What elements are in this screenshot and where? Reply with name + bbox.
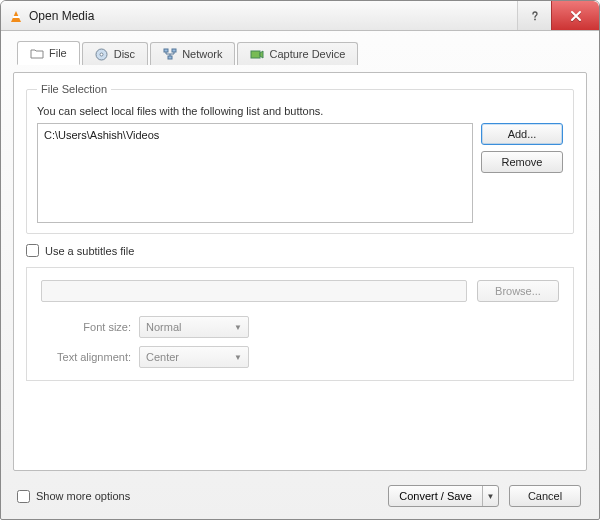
svg-point-0 <box>534 18 536 20</box>
convert-save-dropdown[interactable]: ▼ <box>482 486 498 506</box>
svg-rect-5 <box>168 56 172 59</box>
tab-capture[interactable]: Capture Device <box>237 42 358 65</box>
close-icon <box>570 10 582 22</box>
folder-icon <box>30 46 44 60</box>
add-button[interactable]: Add... <box>481 123 563 145</box>
file-selection-hint: You can select local files with the foll… <box>37 105 563 117</box>
capture-icon <box>250 47 264 61</box>
font-size-select: Normal ▼ <box>139 316 249 338</box>
font-size-label: Font size: <box>41 321 131 333</box>
help-button[interactable] <box>517 1 551 30</box>
chevron-down-icon: ▼ <box>487 492 495 501</box>
tab-disc-label: Disc <box>114 48 135 60</box>
open-media-dialog: Open Media File <box>0 0 600 520</box>
file-list[interactable]: C:\Users\Ashish\Videos <box>37 123 473 223</box>
subtitles-checkbox-label: Use a subtitles file <box>45 245 134 257</box>
subtitles-group: Browse... Font size: Normal ▼ Text align… <box>26 267 574 381</box>
text-align-label: Text alignment: <box>41 351 131 363</box>
show-more-label: Show more options <box>36 490 130 502</box>
caption-buttons <box>517 1 599 30</box>
file-selection-group: File Selection You can select local file… <box>26 83 574 234</box>
tab-file-label: File <box>49 47 67 59</box>
subtitles-path-input <box>41 280 467 302</box>
show-more-checkbox[interactable] <box>17 490 30 503</box>
disc-icon <box>95 47 109 61</box>
tabstrip: File Disc Network Capture Device <box>13 41 587 65</box>
svg-point-2 <box>100 53 103 56</box>
convert-save-label: Convert / Save <box>389 486 482 506</box>
network-icon <box>163 47 177 61</box>
remove-button[interactable]: Remove <box>481 151 563 173</box>
svg-rect-3 <box>164 49 168 52</box>
help-icon <box>529 10 541 22</box>
titlebar: Open Media <box>1 1 599 31</box>
list-item[interactable]: C:\Users\Ashish\Videos <box>44 128 466 142</box>
client-area: File Disc Network Capture Device <box>1 31 599 519</box>
chevron-down-icon: ▼ <box>234 353 242 362</box>
svg-rect-4 <box>172 49 176 52</box>
subtitles-browse-button: Browse... <box>477 280 559 302</box>
convert-save-button[interactable]: Convert / Save ▼ <box>388 485 499 507</box>
svg-rect-6 <box>251 51 260 58</box>
cancel-button[interactable]: Cancel <box>509 485 581 507</box>
window-title: Open Media <box>29 9 511 23</box>
text-align-select: Center ▼ <box>139 346 249 368</box>
font-size-value: Normal <box>146 321 181 333</box>
chevron-down-icon: ▼ <box>234 323 242 332</box>
vlc-icon <box>9 9 23 23</box>
tab-network[interactable]: Network <box>150 42 235 65</box>
close-button[interactable] <box>551 1 599 30</box>
subtitles-check-row: Use a subtitles file <box>26 244 574 257</box>
tab-disc[interactable]: Disc <box>82 42 148 65</box>
tab-capture-label: Capture Device <box>269 48 345 60</box>
tab-file[interactable]: File <box>17 41 80 65</box>
tab-network-label: Network <box>182 48 222 60</box>
subtitles-checkbox[interactable] <box>26 244 39 257</box>
file-selection-legend: File Selection <box>37 83 111 95</box>
text-align-value: Center <box>146 351 179 363</box>
dialog-footer: Show more options Convert / Save ▼ Cance… <box>13 479 587 509</box>
tab-page-file: File Selection You can select local file… <box>13 72 587 471</box>
